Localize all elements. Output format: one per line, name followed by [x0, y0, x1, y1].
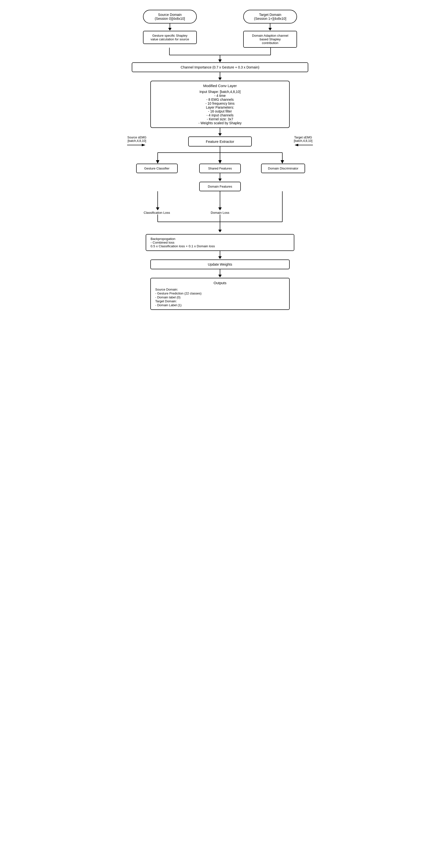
feature-split-connector [127, 147, 313, 164]
source-shapley-box: Gesture specific Shapley value calculati… [143, 31, 197, 44]
outputs-title: Outputs [155, 281, 285, 285]
svg-marker-21 [218, 208, 222, 210]
target-semg-section: Target sEMG [batch,4,8,10] [293, 136, 313, 148]
outputs-source-label: Source Domain: - Gesture Prediction (22 … [155, 288, 201, 299]
domain-features-label: Domain Features [208, 185, 232, 188]
gesture-classifier-label: Gesture Classifier [144, 166, 169, 170]
feature-extractor-label: Feature Extractor [206, 140, 234, 144]
feature-split-svg [127, 147, 313, 164]
feature-extractor-row: Source sEMG [batch,4,8,10] Feature Extra… [127, 136, 313, 147]
svg-marker-28 [218, 230, 222, 232]
arrow-conv-to-feat [218, 128, 222, 136]
shared-features-box: Shared Features [199, 164, 241, 173]
outputs-box: Outputs Source Domain: - Gesture Predict… [150, 278, 290, 310]
classification-loss-col: Classification Loss [127, 211, 187, 215]
conv-input-box: Input Shape: [batch,4,8,10] - 4 time - 8… [153, 90, 287, 105]
arrow-channel-to-conv [218, 72, 222, 81]
domain-discriminator-col: Domain Discriminator [253, 164, 313, 173]
arrow-update-to-outputs [218, 269, 222, 278]
target-shapley-label: Domain Adaption channel based Shapley co… [252, 34, 288, 45]
domain-discriminator-label: Domain Discriminator [268, 166, 298, 170]
target-domain-box: Target Domain (Session 1+)[4x8x10] [243, 10, 297, 24]
source-column: Source Domain (Session 0)[4x8x10] Gestur… [127, 10, 213, 48]
backprop-svg [127, 215, 313, 234]
shared-features-col: Shared Features Domain Features [190, 164, 249, 191]
arrow-shared-to-domain [218, 173, 222, 182]
modified-conv-box: Modified Conv Layer Input Shape: [batch,… [150, 81, 290, 128]
arrow-target-to-shapley [268, 24, 272, 31]
arrow-backprop-to-update [218, 251, 222, 259]
loss-labels-row: Classification Loss Domain Loss [127, 211, 313, 215]
feature-extractor-box: Feature Extractor [188, 136, 252, 147]
channel-importance-box: Channel Importance (0.7 x Gesture + 0.3 … [132, 62, 308, 72]
source-domain-label: Source Domain (Session 0)[4x8x10] [155, 13, 185, 21]
svg-marker-4 [218, 59, 222, 62]
domain-loss-label: Domain Loss [211, 211, 229, 215]
svg-marker-19 [156, 208, 159, 210]
svg-marker-17 [281, 160, 284, 164]
outputs-target-label: Target Domain: - Domain Label (1) [155, 299, 182, 307]
source-semg-label: Source sEMG [batch,4,8,10] [127, 136, 146, 143]
domain-loss-col: Domain Loss [190, 211, 249, 215]
source-semg-section: Source sEMG [batch,4,8,10] [127, 136, 147, 148]
outputs-target-box: Target Domain: - Domain Label (1) [155, 299, 285, 307]
svg-marker-12 [156, 160, 159, 164]
update-weights-box: Update Weights [150, 259, 290, 269]
target-domain-label: Target Domain (Session 1+)[4x8x10] [254, 13, 286, 21]
svg-marker-14 [218, 160, 222, 164]
target-semg-label: Target sEMG [batch,4,8,10] [294, 136, 312, 143]
backprop-box: Backpropogation - Combined loss 0.5 x Cl… [146, 234, 294, 251]
source-domain-box: Source Domain (Session 0)[4x8x10] [143, 10, 197, 24]
svg-marker-8 [295, 144, 298, 146]
loss-svg [127, 191, 313, 211]
update-weights-label: Update Weights [208, 262, 232, 266]
domain-features-box: Domain Features [199, 182, 241, 191]
backprop-connector [127, 215, 313, 234]
shared-features-label: Shared Features [208, 166, 232, 170]
target-shapley-box: Domain Adaption channel based Shapley co… [243, 31, 297, 48]
outputs-source-box: Source Domain: - Gesture Prediction (22 … [155, 287, 285, 299]
gesture-classifier-col: Gesture Classifier [127, 164, 187, 173]
gesture-classifier-box: Gesture Classifier [136, 164, 178, 173]
conv-input-label: Input Shape: [batch,4,8,10] - 4 time - 8… [200, 90, 240, 105]
source-shapley-label: Gesture specific Shapley value calculati… [150, 34, 189, 41]
svg-marker-6 [142, 144, 145, 146]
arrow-source-to-shapley [168, 24, 172, 31]
loss-connectors [127, 191, 313, 211]
conv-layer-label: Layer Parameters: - 16 output filter - 4… [199, 105, 241, 125]
target-column: Target Domain (Session 1+)[4x8x10] Domai… [227, 10, 313, 48]
merge-connector [127, 48, 313, 62]
merge-svg [127, 48, 313, 62]
top-row: Source Domain (Session 0)[4x8x10] Gestur… [127, 10, 313, 48]
architecture-diagram: Source Domain (Session 0)[4x8x10] Gestur… [127, 10, 313, 320]
backprop-label: Backpropogation - Combined loss 0.5 x Cl… [150, 237, 215, 248]
classification-loss-label: Classification Loss [144, 211, 170, 215]
channel-importance-label: Channel Importance (0.7 x Gesture + 0.3 … [181, 65, 259, 69]
conv-title: Modified Conv Layer [153, 84, 287, 88]
three-boxes-row: Gesture Classifier Shared Features Domai… [127, 164, 313, 191]
domain-discriminator-box: Domain Discriminator [261, 164, 305, 173]
conv-layer-box: Layer Parameters: - 16 output filter - 4… [153, 105, 287, 125]
